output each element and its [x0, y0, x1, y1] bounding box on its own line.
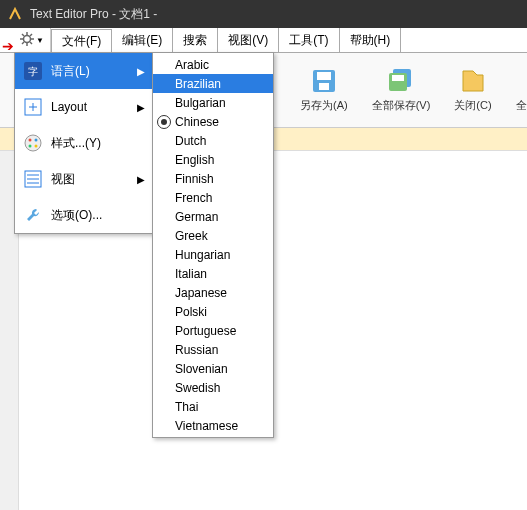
- lang-chinese[interactable]: Chinese: [153, 112, 273, 131]
- lang-label: Thai: [175, 400, 198, 414]
- lang-label: Japanese: [175, 286, 227, 300]
- svg-point-0: [24, 35, 31, 42]
- lang-label: Portuguese: [175, 324, 236, 338]
- lang-arabic[interactable]: Arabic: [153, 55, 273, 74]
- lang-english[interactable]: English: [153, 150, 273, 169]
- panel-layout-label: Layout: [51, 100, 87, 114]
- lang-vietnamese[interactable]: Vietnamese: [153, 416, 273, 435]
- close-button[interactable]: 关闭(C): [454, 67, 491, 113]
- lang-russian[interactable]: Russian: [153, 340, 273, 359]
- lang-portuguese[interactable]: Portuguese: [153, 321, 273, 340]
- save-as-button[interactable]: 另存为(A): [300, 67, 348, 113]
- language-icon: 字: [23, 61, 43, 81]
- lang-brazilian[interactable]: Brazilian: [153, 74, 273, 93]
- svg-point-20: [25, 135, 41, 151]
- chevron-right-icon: ▶: [137, 174, 145, 185]
- close-all-button[interactable]: 全部关闭(L): [516, 67, 527, 113]
- settings-dropdown[interactable]: ▼: [14, 28, 51, 52]
- save-all-label: 全部保存(V): [372, 98, 431, 113]
- svg-point-23: [29, 145, 32, 148]
- lang-label: Bulgarian: [175, 96, 226, 110]
- svg-rect-10: [317, 72, 331, 80]
- svg-line-5: [22, 34, 24, 36]
- svg-text:字: 字: [28, 66, 38, 77]
- lang-label: Vietnamese: [175, 419, 238, 433]
- save-all-button[interactable]: 全部保存(V): [372, 67, 431, 113]
- lang-label: English: [175, 153, 214, 167]
- panel-view-label: 视图: [51, 171, 75, 188]
- app-icon: [8, 7, 22, 21]
- lang-french[interactable]: French: [153, 188, 273, 207]
- layout-icon: [23, 97, 43, 117]
- lang-polski[interactable]: Polski: [153, 302, 273, 321]
- lang-finnish[interactable]: Finnish: [153, 169, 273, 188]
- close-all-label: 全部关闭(L): [516, 98, 527, 113]
- lang-label: Polski: [175, 305, 207, 319]
- titlebar: Text Editor Pro - 文档1 -: [0, 0, 527, 28]
- lang-german[interactable]: German: [153, 207, 273, 226]
- lang-swedish[interactable]: Swedish: [153, 378, 273, 397]
- menu-edit[interactable]: 编辑(E): [112, 28, 173, 52]
- lang-label: German: [175, 210, 218, 224]
- lang-label: Russian: [175, 343, 218, 357]
- svg-point-22: [35, 139, 38, 142]
- lang-label: Italian: [175, 267, 207, 281]
- window-title: Text Editor Pro - 文档1 -: [30, 6, 157, 23]
- lang-dutch[interactable]: Dutch: [153, 131, 273, 150]
- view-icon: [23, 169, 43, 189]
- menu-view-label: 视图(V): [228, 32, 268, 49]
- svg-line-7: [22, 42, 24, 44]
- chevron-down-icon: ▼: [36, 36, 44, 45]
- menu-edit-label: 编辑(E): [122, 32, 162, 49]
- menu-file[interactable]: 文件(F): [51, 29, 112, 53]
- panel-layout[interactable]: Layout ▶: [15, 89, 153, 125]
- panel-styles[interactable]: 样式...(Y): [15, 125, 153, 161]
- lang-hungarian[interactable]: Hungarian: [153, 245, 273, 264]
- lang-label: Chinese: [175, 115, 219, 129]
- panel-options-label: 选项(O)...: [51, 207, 102, 224]
- lang-label: Arabic: [175, 58, 209, 72]
- panel-view[interactable]: 视图 ▶: [15, 161, 153, 197]
- svg-rect-11: [319, 83, 329, 90]
- close-label: 关闭(C): [454, 98, 491, 113]
- lang-italian[interactable]: Italian: [153, 264, 273, 283]
- radio-selected-icon: [157, 115, 171, 129]
- settings-panel: 字 语言(L) ▶ Layout ▶ 样式...(Y) 视图 ▶ 选项(O)..…: [14, 52, 154, 234]
- menu-search-label: 搜索: [183, 32, 207, 49]
- menu-help-label: 帮助(H): [350, 32, 391, 49]
- svg-line-6: [30, 42, 32, 44]
- svg-line-8: [30, 34, 32, 36]
- lang-label: Hungarian: [175, 248, 230, 262]
- panel-styles-label: 样式...(Y): [51, 135, 101, 152]
- menu-tools-label: 工具(T): [289, 32, 328, 49]
- panel-options[interactable]: 选项(O)...: [15, 197, 153, 233]
- lang-label: Finnish: [175, 172, 214, 186]
- gear-icon: [20, 32, 34, 49]
- menubar: ➔ ▼ 文件(F) 编辑(E) 搜索 视图(V) 工具(T) 帮助(H): [0, 28, 527, 53]
- lang-greek[interactable]: Greek: [153, 226, 273, 245]
- svg-point-24: [35, 145, 38, 148]
- lang-label: Brazilian: [175, 77, 221, 91]
- panel-language-label: 语言(L): [51, 63, 90, 80]
- palette-icon: [23, 133, 43, 153]
- lang-label: Greek: [175, 229, 208, 243]
- menu-file-label: 文件(F): [62, 33, 101, 50]
- menu-tools[interactable]: 工具(T): [279, 28, 339, 52]
- lang-japanese[interactable]: Japanese: [153, 283, 273, 302]
- lang-thai[interactable]: Thai: [153, 397, 273, 416]
- lang-label: Dutch: [175, 134, 206, 148]
- lang-bulgarian[interactable]: Bulgarian: [153, 93, 273, 112]
- panel-language[interactable]: 字 语言(L) ▶: [15, 53, 153, 89]
- pointer-arrow-icon: ➔: [2, 38, 14, 54]
- lang-label: French: [175, 191, 212, 205]
- svg-rect-14: [392, 75, 404, 81]
- lang-label: Swedish: [175, 381, 220, 395]
- language-submenu: Arabic Brazilian Bulgarian Chinese Dutch…: [152, 52, 274, 438]
- menu-search[interactable]: 搜索: [173, 28, 218, 52]
- menu-view[interactable]: 视图(V): [218, 28, 279, 52]
- wrench-icon: [23, 205, 43, 225]
- chevron-right-icon: ▶: [137, 102, 145, 113]
- menu-help[interactable]: 帮助(H): [340, 28, 402, 52]
- save-as-label: 另存为(A): [300, 98, 348, 113]
- lang-slovenian[interactable]: Slovenian: [153, 359, 273, 378]
